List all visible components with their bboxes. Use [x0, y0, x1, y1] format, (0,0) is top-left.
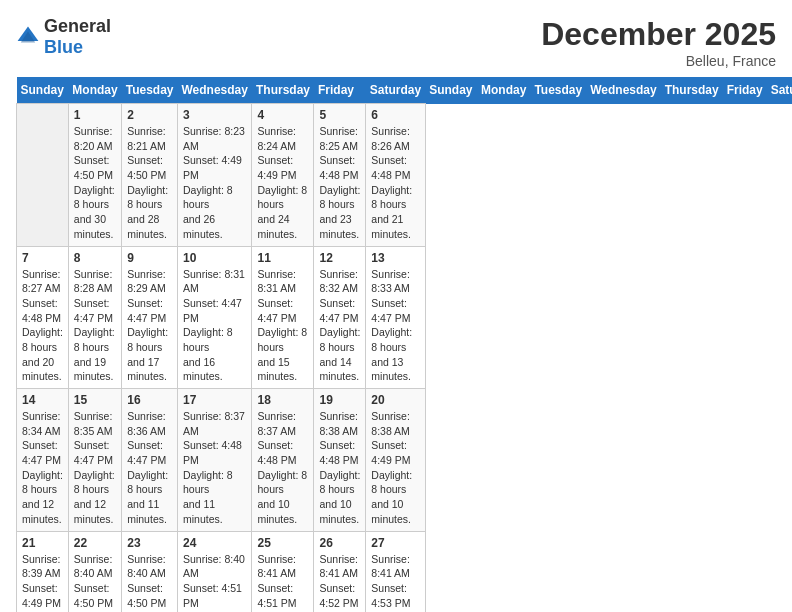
- day-header-friday: Friday: [723, 77, 767, 104]
- calendar-cell: 17Sunrise: 8:37 AMSunset: 4:48 PMDayligh…: [178, 389, 252, 532]
- day-number: 12: [319, 251, 360, 265]
- day-info: Sunrise: 8:26 AMSunset: 4:48 PMDaylight:…: [371, 124, 419, 242]
- day-info: Sunrise: 8:27 AMSunset: 4:48 PMDaylight:…: [22, 267, 63, 385]
- calendar-cell: 24Sunrise: 8:40 AMSunset: 4:51 PMDayligh…: [178, 531, 252, 612]
- calendar-cell: 21Sunrise: 8:39 AMSunset: 4:49 PMDayligh…: [17, 531, 69, 612]
- calendar-cell: 20Sunrise: 8:38 AMSunset: 4:49 PMDayligh…: [366, 389, 425, 532]
- calendar-cell: 7Sunrise: 8:27 AMSunset: 4:48 PMDaylight…: [17, 246, 69, 389]
- day-info: Sunrise: 8:29 AMSunset: 4:47 PMDaylight:…: [127, 267, 172, 385]
- day-header-tuesday: Tuesday: [530, 77, 586, 104]
- day-number: 6: [371, 108, 419, 122]
- day-number: 24: [183, 536, 246, 550]
- day-info: Sunrise: 8:41 AMSunset: 4:53 PMDaylight:…: [371, 552, 419, 613]
- calendar-cell: 6Sunrise: 8:26 AMSunset: 4:48 PMDaylight…: [366, 104, 425, 247]
- day-number: 14: [22, 393, 63, 407]
- day-info: Sunrise: 8:40 AMSunset: 4:51 PMDaylight:…: [183, 552, 246, 613]
- day-info: Sunrise: 8:28 AMSunset: 4:47 PMDaylight:…: [74, 267, 116, 385]
- day-number: 7: [22, 251, 63, 265]
- day-number: 11: [257, 251, 308, 265]
- day-number: 15: [74, 393, 116, 407]
- calendar-cell: 12Sunrise: 8:32 AMSunset: 4:47 PMDayligh…: [314, 246, 366, 389]
- day-number: 10: [183, 251, 246, 265]
- calendar-week-1: 1Sunrise: 8:20 AMSunset: 4:50 PMDaylight…: [17, 104, 793, 247]
- calendar-cell: 13Sunrise: 8:33 AMSunset: 4:47 PMDayligh…: [366, 246, 425, 389]
- calendar-cell: 26Sunrise: 8:41 AMSunset: 4:52 PMDayligh…: [314, 531, 366, 612]
- day-header-tuesday: Tuesday: [122, 77, 178, 104]
- calendar-cell: 3Sunrise: 8:23 AMSunset: 4:49 PMDaylight…: [178, 104, 252, 247]
- day-number: 26: [319, 536, 360, 550]
- day-info: Sunrise: 8:33 AMSunset: 4:47 PMDaylight:…: [371, 267, 419, 385]
- calendar-cell: 2Sunrise: 8:21 AMSunset: 4:50 PMDaylight…: [122, 104, 178, 247]
- day-info: Sunrise: 8:25 AMSunset: 4:48 PMDaylight:…: [319, 124, 360, 242]
- day-number: 3: [183, 108, 246, 122]
- day-header-thursday: Thursday: [252, 77, 314, 104]
- day-header-sunday: Sunday: [425, 77, 477, 104]
- location: Belleu, France: [541, 53, 776, 69]
- calendar-cell: 11Sunrise: 8:31 AMSunset: 4:47 PMDayligh…: [252, 246, 314, 389]
- logo-general-text: General Blue: [44, 16, 111, 58]
- day-number: 25: [257, 536, 308, 550]
- day-number: 8: [74, 251, 116, 265]
- calendar-cell: 5Sunrise: 8:25 AMSunset: 4:48 PMDaylight…: [314, 104, 366, 247]
- day-number: 17: [183, 393, 246, 407]
- day-info: Sunrise: 8:40 AMSunset: 4:50 PMDaylight:…: [127, 552, 172, 613]
- day-header-sunday: Sunday: [17, 77, 69, 104]
- day-info: Sunrise: 8:41 AMSunset: 4:51 PMDaylight:…: [257, 552, 308, 613]
- calendar-cell: 1Sunrise: 8:20 AMSunset: 4:50 PMDaylight…: [68, 104, 121, 247]
- calendar-cell: 22Sunrise: 8:40 AMSunset: 4:50 PMDayligh…: [68, 531, 121, 612]
- page-header: General Blue December 2025 Belleu, Franc…: [16, 16, 776, 69]
- calendar-cell: 19Sunrise: 8:38 AMSunset: 4:48 PMDayligh…: [314, 389, 366, 532]
- day-info: Sunrise: 8:35 AMSunset: 4:47 PMDaylight:…: [74, 409, 116, 527]
- day-header-wednesday: Wednesday: [178, 77, 252, 104]
- day-info: Sunrise: 8:38 AMSunset: 4:48 PMDaylight:…: [319, 409, 360, 527]
- day-info: Sunrise: 8:34 AMSunset: 4:47 PMDaylight:…: [22, 409, 63, 527]
- calendar-cell: 4Sunrise: 8:24 AMSunset: 4:49 PMDaylight…: [252, 104, 314, 247]
- day-number: 2: [127, 108, 172, 122]
- day-number: 20: [371, 393, 419, 407]
- day-info: Sunrise: 8:32 AMSunset: 4:47 PMDaylight:…: [319, 267, 360, 385]
- calendar-week-4: 21Sunrise: 8:39 AMSunset: 4:49 PMDayligh…: [17, 531, 793, 612]
- day-info: Sunrise: 8:40 AMSunset: 4:50 PMDaylight:…: [74, 552, 116, 613]
- day-number: 19: [319, 393, 360, 407]
- calendar-cell: 14Sunrise: 8:34 AMSunset: 4:47 PMDayligh…: [17, 389, 69, 532]
- logo: General Blue: [16, 16, 111, 58]
- day-header-thursday: Thursday: [661, 77, 723, 104]
- day-number: 22: [74, 536, 116, 550]
- day-info: Sunrise: 8:23 AMSunset: 4:49 PMDaylight:…: [183, 124, 246, 242]
- day-info: Sunrise: 8:38 AMSunset: 4:49 PMDaylight:…: [371, 409, 419, 527]
- month-title: December 2025: [541, 16, 776, 53]
- day-number: 5: [319, 108, 360, 122]
- day-info: Sunrise: 8:41 AMSunset: 4:52 PMDaylight:…: [319, 552, 360, 613]
- day-number: 1: [74, 108, 116, 122]
- day-number: 23: [127, 536, 172, 550]
- day-info: Sunrise: 8:20 AMSunset: 4:50 PMDaylight:…: [74, 124, 116, 242]
- calendar-cell: 18Sunrise: 8:37 AMSunset: 4:48 PMDayligh…: [252, 389, 314, 532]
- calendar-table: SundayMondayTuesdayWednesdayThursdayFrid…: [16, 77, 792, 612]
- calendar-cell: 23Sunrise: 8:40 AMSunset: 4:50 PMDayligh…: [122, 531, 178, 612]
- calendar-cell: 9Sunrise: 8:29 AMSunset: 4:47 PMDaylight…: [122, 246, 178, 389]
- day-info: Sunrise: 8:31 AMSunset: 4:47 PMDaylight:…: [183, 267, 246, 385]
- day-header-monday: Monday: [68, 77, 121, 104]
- title-block: December 2025 Belleu, France: [541, 16, 776, 69]
- calendar-cell: 27Sunrise: 8:41 AMSunset: 4:53 PMDayligh…: [366, 531, 425, 612]
- day-header-monday: Monday: [477, 77, 530, 104]
- day-number: 21: [22, 536, 63, 550]
- day-info: Sunrise: 8:39 AMSunset: 4:49 PMDaylight:…: [22, 552, 63, 613]
- calendar-week-2: 7Sunrise: 8:27 AMSunset: 4:48 PMDaylight…: [17, 246, 793, 389]
- calendar-cell: 16Sunrise: 8:36 AMSunset: 4:47 PMDayligh…: [122, 389, 178, 532]
- calendar-cell: 8Sunrise: 8:28 AMSunset: 4:47 PMDaylight…: [68, 246, 121, 389]
- day-number: 18: [257, 393, 308, 407]
- day-number: 9: [127, 251, 172, 265]
- day-header-saturday: Saturday: [767, 77, 792, 104]
- calendar-cell: 25Sunrise: 8:41 AMSunset: 4:51 PMDayligh…: [252, 531, 314, 612]
- day-info: Sunrise: 8:31 AMSunset: 4:47 PMDaylight:…: [257, 267, 308, 385]
- day-info: Sunrise: 8:36 AMSunset: 4:47 PMDaylight:…: [127, 409, 172, 527]
- day-header-wednesday: Wednesday: [586, 77, 660, 104]
- day-info: Sunrise: 8:24 AMSunset: 4:49 PMDaylight:…: [257, 124, 308, 242]
- day-number: 4: [257, 108, 308, 122]
- calendar-cell: 10Sunrise: 8:31 AMSunset: 4:47 PMDayligh…: [178, 246, 252, 389]
- calendar-header-row: SundayMondayTuesdayWednesdayThursdayFrid…: [17, 77, 793, 104]
- logo-icon: [16, 25, 40, 49]
- day-info: Sunrise: 8:37 AMSunset: 4:48 PMDaylight:…: [257, 409, 308, 527]
- day-header-friday: Friday: [314, 77, 366, 104]
